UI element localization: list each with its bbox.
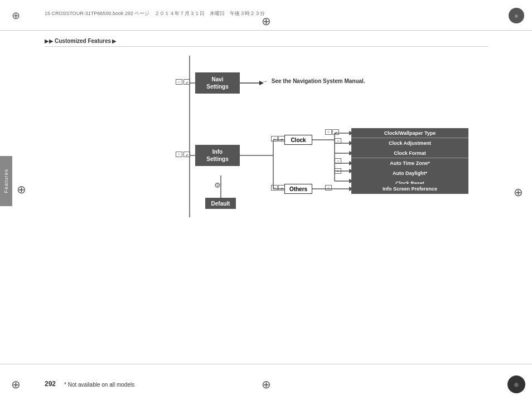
menu-item-auto-timezone: Auto Time Zone* bbox=[351, 158, 468, 168]
icon-circle-others-sub: ○ bbox=[325, 185, 332, 191]
icon-circle-navi: ○ bbox=[176, 79, 182, 85]
icon-arrow-clock-sub: ↙ bbox=[332, 129, 339, 135]
corner-br: ● bbox=[505, 373, 528, 396]
clock-menu-items: Clock/Wallpaper Type ○ Clock Adjustment … bbox=[351, 128, 468, 188]
top-bar-text: 15 CROSSTOUR-31TP66500.book 292 ページ ２０１４… bbox=[45, 10, 265, 17]
corner-bl: ⊕ bbox=[4, 373, 27, 396]
menu-item-auto-daylight: Auto Daylight* bbox=[351, 168, 468, 178]
default-icon: ⚙ bbox=[214, 181, 221, 189]
crosshair-top-mid: ⊕ bbox=[255, 10, 277, 32]
crosshair-icon-rm: ⊕ bbox=[512, 187, 524, 198]
default-label: Default bbox=[211, 201, 230, 207]
menu-item-clock-adjustment: Clock Adjustment bbox=[351, 138, 468, 148]
crosshair-icon-tl: ⊕ bbox=[10, 10, 21, 21]
breadcrumb: ▶▶ Customized Features ▶ bbox=[45, 38, 117, 44]
corner-tl: ⊕ bbox=[4, 4, 27, 27]
icon-arrow-navi: ↙ bbox=[183, 79, 190, 85]
crosshair-icon-tm: ⊕ bbox=[260, 16, 272, 27]
clock-submenu-input-icons: ○ ↙ bbox=[325, 129, 339, 135]
others-menu-item-info-screen: Info Screen Preference bbox=[351, 184, 468, 194]
breadcrumb-prefix: ▶▶ bbox=[45, 38, 54, 44]
others-box: Others bbox=[284, 184, 312, 194]
side-label-text: Features bbox=[3, 169, 9, 193]
navi-note-text: See the Navigation System Manual. bbox=[272, 78, 365, 84]
left-crosshair-icon: ⊕ bbox=[16, 184, 27, 195]
footnote: * Not available on all models bbox=[64, 382, 134, 388]
icon-circle-daylight: ○ bbox=[335, 168, 341, 174]
navi-settings-label: Navi Settings bbox=[206, 76, 228, 90]
clock-label: Clock bbox=[291, 137, 306, 143]
crosshair-bottom-mid: ⊕ bbox=[255, 373, 277, 396]
others-label: Others bbox=[289, 186, 307, 192]
menu-item-clock-wallpaper: Clock/Wallpaper Type bbox=[351, 128, 468, 138]
circle-icon-tr: ● bbox=[509, 8, 524, 23]
bottom-bar: ⊕ 292 * Not available on all models ⊕ ● bbox=[0, 364, 532, 400]
menu-item-clock-format: Clock Format bbox=[351, 148, 468, 158]
icon-circle-clock: ○ bbox=[271, 136, 278, 142]
breadcrumb-title: Customized Features bbox=[55, 38, 111, 44]
crosshair-right-mid: ⊕ bbox=[512, 187, 524, 198]
icon-circle-clock-sub: ○ bbox=[325, 129, 332, 135]
diagram-lines bbox=[45, 56, 487, 355]
crosshair-icon-bm: ⊕ bbox=[260, 379, 272, 390]
navi-note: → See the Navigation System Manual. bbox=[262, 78, 365, 84]
navi-settings-box: Navi Settings bbox=[195, 72, 240, 94]
icon-circle-adj: ○ bbox=[335, 138, 341, 144]
info-settings-label: Info Settings bbox=[206, 148, 228, 163]
clock-box: Clock bbox=[284, 135, 312, 145]
diagram-area: ○ ↙ Navi Settings → See the Navigation S… bbox=[45, 56, 487, 355]
default-box: Default bbox=[205, 198, 236, 209]
others-submenu-input-icons: ○ bbox=[325, 185, 332, 191]
crosshair-icon-bl: ⊕ bbox=[10, 379, 21, 390]
icon-circle-info: ○ bbox=[176, 152, 182, 157]
icon-circle-tz: ○ bbox=[335, 158, 341, 164]
clock-input-icons: ○ ↙ bbox=[271, 136, 285, 142]
page-number: 292 bbox=[45, 380, 56, 388]
icon-circle-others: ○ bbox=[271, 185, 278, 191]
breadcrumb-divider bbox=[45, 46, 487, 47]
navi-note-arrow: → bbox=[262, 78, 268, 84]
circle-icon-br: ● bbox=[507, 375, 525, 393]
others-input-icons: ○ ↙ bbox=[271, 185, 285, 191]
info-settings-box: Info Settings bbox=[195, 145, 240, 166]
icon-arrow-info: ↙ bbox=[183, 152, 190, 157]
corner-tr: ● bbox=[505, 4, 528, 27]
side-label: Features bbox=[0, 156, 12, 206]
info-input-icons: ○ ↙ bbox=[176, 152, 190, 157]
breadcrumb-suffix: ▶ bbox=[112, 38, 117, 44]
navi-input-icons: ○ ↙ bbox=[176, 79, 190, 85]
